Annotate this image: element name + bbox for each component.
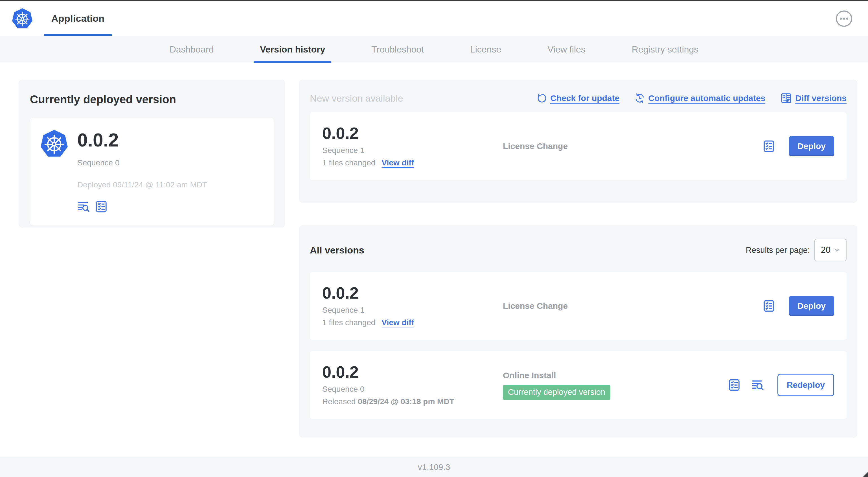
- version-row: 0.0.2 Sequence 0 Released 08/29/24 @ 03:…: [310, 351, 846, 419]
- version-source-label: Online Install: [503, 370, 728, 380]
- diff-versions-link[interactable]: Diff versions: [780, 93, 846, 104]
- released-timestamp: Released 08/29/24 @ 03:18 pm MDT: [322, 397, 503, 406]
- diff-columns-icon: [780, 93, 792, 104]
- version-source-column: License Change: [503, 301, 763, 311]
- view-diff-link[interactable]: View diff: [381, 318, 414, 327]
- version-number: 0.0.2: [322, 125, 503, 141]
- deployed-version-number: 0.0.2: [77, 131, 207, 149]
- sequence-label: Sequence 0: [322, 385, 503, 394]
- app-header: Application: [0, 1, 868, 36]
- all-versions-header: All versions Results per page: 20: [310, 239, 846, 261]
- currently-deployed-title: Currently deployed version: [30, 93, 274, 106]
- tab-dashboard[interactable]: Dashboard: [158, 36, 226, 63]
- checklist-icon[interactable]: [763, 299, 775, 312]
- all-versions-panel: All versions Results per page: 20 0.0.2 …: [299, 225, 857, 438]
- results-per-page-label: Results per page:: [746, 245, 810, 255]
- check-for-update-link[interactable]: Check for update: [537, 93, 619, 103]
- logs-icon[interactable]: [751, 379, 765, 391]
- results-per-page-select[interactable]: 20: [814, 239, 846, 261]
- deploy-button[interactable]: Deploy: [789, 136, 834, 156]
- clock-refresh-icon: [634, 93, 645, 103]
- version-info-column: 0.0.2 Sequence 1 1 files changed View di…: [322, 125, 503, 168]
- sequence-label: Sequence 1: [322, 146, 503, 155]
- files-changed-row: 1 files changed View diff: [322, 318, 503, 327]
- version-source-label: License Change: [503, 301, 763, 311]
- new-version-card: 0.0.2 Sequence 1 1 files changed View di…: [310, 112, 846, 180]
- files-changed-label: 1 files changed: [322, 318, 375, 327]
- configure-automatic-updates-link[interactable]: Configure automatic updates: [634, 93, 765, 103]
- version-actions: Redeploy: [728, 374, 834, 396]
- version-info-column: 0.0.2 Sequence 0 Released 08/29/24 @ 03:…: [322, 364, 503, 406]
- deployed-sequence-label: Sequence 0: [77, 158, 207, 168]
- released-prefix: Released: [322, 397, 358, 406]
- results-per-page-value: 20: [821, 245, 831, 255]
- released-date: 08/29/24 @ 03:18 pm MDT: [358, 397, 454, 406]
- deployed-actions: [77, 200, 207, 213]
- configure-automatic-updates-label: Configure automatic updates: [648, 93, 765, 103]
- redeploy-button[interactable]: Redeploy: [777, 374, 834, 396]
- new-version-panel: New version available Check for update C…: [299, 80, 857, 203]
- checklist-icon[interactable]: [95, 200, 108, 213]
- currently-deployed-badge: Currently deployed version: [503, 385, 610, 400]
- console-version: v1.109.3: [417, 462, 450, 472]
- version-number: 0.0.2: [322, 364, 503, 380]
- diff-versions-label: Diff versions: [795, 93, 846, 103]
- currently-deployed-panel: Currently deployed version 0.0.2 Sequenc…: [19, 80, 285, 228]
- check-for-update-label: Check for update: [550, 93, 619, 103]
- app-tab-label: Application: [51, 13, 104, 24]
- version-rows: 0.0.2 Sequence 1 1 files changed View di…: [310, 272, 846, 419]
- new-version-title: New version available: [310, 93, 403, 104]
- footer: v1.109.3: [0, 457, 868, 477]
- new-version-header: New version available Check for update C…: [310, 93, 846, 104]
- checklist-icon[interactable]: [763, 140, 775, 153]
- version-source-column: License Change: [503, 141, 763, 151]
- files-changed-row: 1 files changed View diff: [322, 158, 503, 168]
- deploy-button[interactable]: Deploy: [789, 296, 834, 316]
- version-source-label: License Change: [503, 141, 763, 151]
- app-tab[interactable]: Application: [51, 1, 104, 36]
- kubernetes-logo-icon: [11, 7, 33, 30]
- results-per-page-group: Results per page: 20: [746, 239, 846, 261]
- version-info-column: 0.0.2 Sequence 1 1 files changed View di…: [322, 285, 503, 327]
- chevron-down-icon: [833, 247, 840, 254]
- sequence-label: Sequence 1: [322, 306, 503, 315]
- tab-troubleshoot[interactable]: Troubleshoot: [360, 36, 436, 63]
- tab-version-history[interactable]: Version history: [248, 36, 337, 63]
- currently-deployed-card: 0.0.2 Sequence 0 Deployed 09/11/24 @ 11:…: [30, 118, 274, 226]
- logs-icon[interactable]: [77, 200, 90, 213]
- version-source-column: Online Install Currently deployed versio…: [503, 370, 728, 400]
- version-number: 0.0.2: [322, 285, 503, 301]
- files-changed-label: 1 files changed: [322, 158, 375, 168]
- all-versions-title: All versions: [310, 245, 364, 256]
- kubernetes-app-icon: [39, 128, 69, 159]
- version-actions: Deploy: [763, 136, 834, 156]
- deployed-card-body: 0.0.2 Sequence 0 Deployed 09/11/24 @ 11:…: [77, 126, 207, 217]
- view-diff-link[interactable]: View diff: [381, 158, 414, 168]
- version-actions: Deploy: [763, 296, 834, 316]
- tab-view-files[interactable]: View files: [535, 36, 597, 63]
- new-version-links: Check for update Configure automatic upd…: [537, 93, 846, 104]
- version-row: 0.0.2 Sequence 1 1 files changed View di…: [310, 272, 846, 340]
- tab-registry-settings[interactable]: Registry settings: [620, 36, 711, 63]
- more-options-button[interactable]: [835, 10, 853, 27]
- deployed-timestamp: Deployed 09/11/24 @ 11:02 am MDT: [77, 180, 207, 189]
- tab-license[interactable]: License: [458, 36, 513, 63]
- checklist-icon[interactable]: [728, 379, 741, 391]
- page-nav: Dashboard Version history Troubleshoot L…: [0, 36, 868, 63]
- refresh-icon: [537, 93, 547, 103]
- window-resize-grip[interactable]: [863, 472, 868, 477]
